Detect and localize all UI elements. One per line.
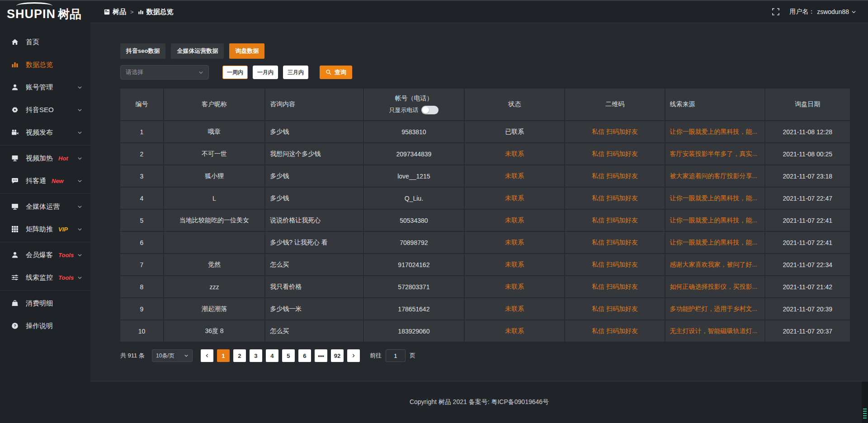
cell-qrcode-link[interactable]: 私信 扫码加好友 [565,276,665,298]
monitor-icon [11,203,19,210]
cell-qrcode-link[interactable]: 私信 扫码加好友 [565,254,665,276]
cell-qrcode-link[interactable]: 私信 扫码加好友 [565,210,665,232]
tools-badge: Tools [58,274,74,281]
question-icon: ? [11,322,19,329]
floating-widget[interactable] [862,381,868,423]
cell-qrcode-link[interactable]: 私信 扫码加好友 [565,320,665,343]
search-icon [326,69,332,75]
cell-qrcode-link[interactable]: 私信 扫码加好友 [565,121,665,143]
chevron-down-icon [184,353,189,358]
chevron-down-icon [77,108,82,113]
cell-source-link[interactable]: 让你一眼就爱上的黑科技，能... [665,188,765,210]
logo-arc-decoration [16,2,52,9]
chevron-down-icon [77,85,82,90]
menu-divider [0,242,90,242]
sidebar-item-video-publish[interactable]: 视频发布 [0,121,90,144]
breadcrumb: 树品 > 数据总览 [104,8,174,16]
chevron-down-icon [77,179,82,183]
phone-only-toggle[interactable] [421,106,439,114]
page-button-4[interactable]: 4 [266,349,278,362]
sidebar-item-instructions[interactable]: ? 操作说明 [0,315,90,337]
column-header-content: 咨询内容 [265,89,364,121]
cell-source-link[interactable]: 感谢大家喜欢我家，被问了好... [665,254,765,276]
cell-qrcode-link[interactable]: 私信 扫码加好友 [565,165,665,188]
bar-chart-icon [11,61,19,68]
sidebar-item-video-heat[interactable]: 视频加热 Hot [0,147,90,169]
cell-nickname: 当地比较能吃的一位美女 [164,210,265,232]
cell-source-link[interactable]: 被大家追着问的客厅投影分享... [665,165,765,188]
cell-source-link[interactable]: 客厅安装投影半年多了，真实... [665,143,765,165]
sidebar-item-label: 矩阵助推 [26,225,53,234]
page-button-6[interactable]: 6 [298,349,311,362]
tab-inquiry-data[interactable]: 询盘数据 [229,43,264,59]
sidebar-item-member-burst[interactable]: 会员爆客 Tools [0,244,90,266]
sidebar-item-home[interactable]: 首页 [0,31,90,53]
page-list: 123456•••92 [217,349,347,362]
sidebar-item-label: 账号管理 [26,83,53,92]
tab-douyin-seo-data[interactable]: 抖音seo数据 [120,43,165,59]
table-row: 4 L 多少钱 Q_Liu. 未联系 私信 扫码加好友 让你一眼就爱上的黑科技，… [120,188,850,210]
cell-source-link[interactable]: 无主灯设计，智能磁吸轨道灯... [665,320,765,343]
table-row: 6 多少钱? 让我死心 看 70898792 未联系 私信 扫码加好友 让你一眼… [120,232,850,254]
cell-qrcode-link[interactable]: 私信 扫码加好友 [565,188,665,210]
cell-source-link[interactable]: 多功能护栏灯，适用于乡村文... [665,298,765,320]
sidebar-item-consumption-details[interactable]: 消费明细 [0,292,90,315]
page-button-92[interactable]: 92 [331,349,344,362]
cell-source-link[interactable]: 让你一眼就爱上的黑科技，能... [665,121,765,143]
user-icon [11,84,19,91]
sidebar-item-matrix-boost[interactable]: 矩阵助推 VIP [0,218,90,240]
sidebar-item-label: 消费明细 [26,299,53,308]
cell-source-link[interactable]: 如何正确选择投影仪，买投影... [665,276,765,298]
fullscreen-icon[interactable] [772,8,779,15]
chevron-down-icon [77,204,82,209]
widget-dash [863,409,867,409]
cell-status: 未联系 [465,210,566,232]
data-tabs: 抖音seo数据 全媒体运营数据 询盘数据 [120,43,850,59]
cell-source-link[interactable]: 让你一眼就爱上的黑科技，能... [665,210,765,232]
sidebar-item-douketong[interactable]: 抖客通 New [0,169,90,192]
inquiry-table: 编号 客户昵称 咨询内容 帐号（电话） 只显示电话 状态 二维码 线索来源 询盘… [120,89,850,343]
sidebar-item-lead-monitor[interactable]: 线索监控 Tools [0,266,90,289]
copyright-text: Copyright 树品 2021 备案号: 粤ICP备09019646号 [410,398,549,406]
goto-page-input[interactable] [386,349,406,362]
range-button-week[interactable]: 一周内 [222,66,248,79]
range-button-month[interactable]: 一月内 [253,66,278,79]
user-menu[interactable]: 用户名： zswodun88 [789,8,856,16]
cell-date: 2021-11-07 22:34 [765,254,850,276]
widget-dash [863,418,867,418]
sidebar-item-douyin-seo[interactable]: 抖音SEO [0,99,90,121]
search-button[interactable]: 查询 [320,66,352,79]
table-row: 9 潮起潮落 多少钱一米 178651642 未联系 私信 扫码加好友 多功能护… [120,298,850,320]
cell-id: 1 [120,121,164,143]
cell-account: 9583810 [364,121,465,143]
cell-id: 6 [120,232,164,254]
cell-qrcode-link[interactable]: 私信 扫码加好友 [565,232,665,254]
sidebar-item-data-overview[interactable]: 数据总览 [0,53,90,76]
cell-status: 未联系 [465,298,566,320]
next-page-button[interactable] [347,349,360,362]
page-button-5[interactable]: 5 [282,349,295,362]
sidebar-item-omni-media[interactable]: 全媒体运营 [0,195,90,218]
footer: Copyright 树品 2021 备案号: 粤ICP备09019646号 [90,381,868,423]
cell-qrcode-link[interactable]: 私信 扫码加好友 [565,143,665,165]
page-ellipsis[interactable]: ••• [315,349,327,362]
breadcrumb-root[interactable]: 树品 [104,8,126,16]
chat-icon [11,177,19,184]
breadcrumb-current[interactable]: 数据总览 [138,8,174,16]
cell-source-link[interactable]: 让你一眼就爱上的黑科技，能... [665,232,765,254]
sidebar-item-label: 数据总览 [26,61,53,69]
tab-omni-media-data[interactable]: 全媒体运营数据 [171,43,224,59]
prev-page-button[interactable] [201,349,213,362]
username: zswodun88 [817,8,849,15]
page-size-select[interactable]: 10条/页 [152,349,193,362]
page-button-2[interactable]: 2 [233,349,246,362]
page-button-3[interactable]: 3 [250,349,262,362]
sidebar-item-account-management[interactable]: 账号管理 [0,76,90,99]
range-button-quarter[interactable]: 三月内 [283,66,308,79]
cell-nickname: L [164,188,265,210]
cell-date: 2021-11-07 23:18 [765,165,850,188]
page-button-1[interactable]: 1 [217,349,230,362]
user-area: 用户名： zswodun88 [772,8,856,16]
account-select[interactable]: 请选择 [120,65,209,80]
cell-qrcode-link[interactable]: 私信 扫码加好友 [565,298,665,320]
